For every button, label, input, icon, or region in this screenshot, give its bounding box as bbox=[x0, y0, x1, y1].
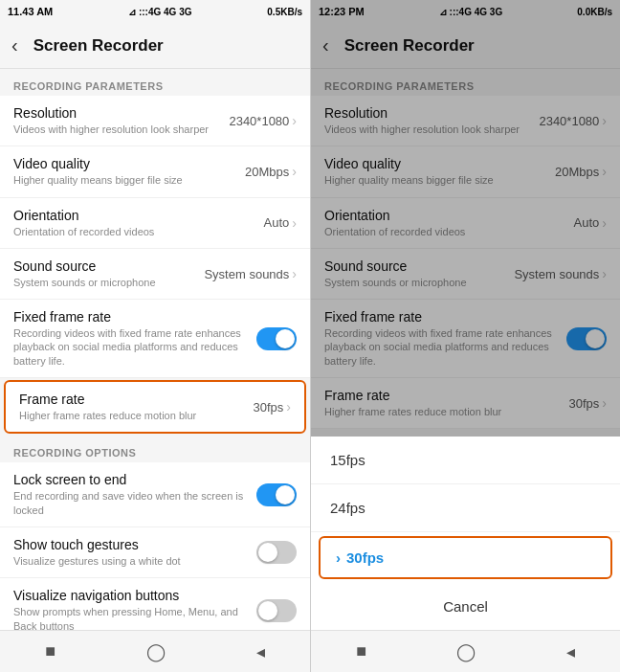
left-fixedframerate-desc: Recording videos with fixed frame rate e… bbox=[13, 326, 256, 368]
left-resolution-value: 2340*1080› bbox=[229, 113, 297, 128]
left-soundsource-name: Sound source bbox=[13, 258, 196, 274]
right-nav-bar: ■ ◯ ◂ bbox=[311, 630, 620, 672]
left-framerate-name: Frame rate bbox=[19, 392, 246, 407]
left-navbuttons-desc: Show prompts when pressing Home, Menu, a… bbox=[13, 605, 256, 630]
left-orientation-value: Auto› bbox=[264, 215, 297, 231]
left-videoquality-value: 20Mbps› bbox=[245, 164, 297, 179]
left-lockscreen-item[interactable]: Lock screen to end End recording and sav… bbox=[0, 462, 310, 527]
selected-arrow-icon: › bbox=[336, 549, 341, 566]
left-phone-panel: 11.43 AM ⊿ :::4G 4G 3G 0.5KB/s ‹ Screen … bbox=[0, 0, 310, 672]
left-resolution-name: Resolution bbox=[13, 105, 221, 121]
left-touchgestures-name: Show touch gestures bbox=[13, 537, 256, 552]
left-resolution-item[interactable]: Resolution Videos with higher resolution… bbox=[0, 96, 310, 146]
left-page-title: Screen Recorder bbox=[33, 36, 164, 56]
left-nav-bar: ■ ◯ ◂ bbox=[0, 630, 310, 672]
dropdown-sheet: 15fps 24fps › 30fps Cancel bbox=[311, 437, 620, 630]
left-back-icon[interactable]: ◂ bbox=[256, 641, 265, 662]
right-phone-panel: 12:23 PM ⊿ :::4G 4G 3G 0.0KB/s ‹ Screen … bbox=[310, 0, 620, 672]
left-orientation-desc: Orientation of recorded videos bbox=[13, 225, 256, 238]
left-touchgestures-toggle[interactable] bbox=[256, 541, 297, 564]
dropdown-cancel-button[interactable]: Cancel bbox=[311, 583, 620, 630]
left-home-icon[interactable]: ◯ bbox=[146, 641, 166, 662]
left-status-bar: 11.43 AM ⊿ :::4G 4G 3G 0.5KB/s bbox=[0, 0, 310, 23]
left-topbar: ‹ Screen Recorder bbox=[0, 23, 310, 69]
left-lockscreen-desc: End recording and save video when the sc… bbox=[13, 489, 256, 517]
left-stop-icon[interactable]: ■ bbox=[45, 641, 55, 661]
left-soundsource-value: System sounds› bbox=[204, 266, 297, 281]
left-resolution-desc: Videos with higher resolution look sharp… bbox=[13, 123, 221, 136]
left-content: RECORDING PARAMETERS Resolution Videos w… bbox=[0, 69, 310, 630]
left-orientation-name: Orientation bbox=[13, 208, 256, 223]
left-framerate-item[interactable]: Frame rate Higher frame rates reduce mot… bbox=[4, 380, 306, 434]
left-framerate-desc: Higher frame rates reduce motion blur bbox=[19, 409, 246, 422]
left-lockscreen-name: Lock screen to end bbox=[13, 472, 256, 487]
left-back-button[interactable]: ‹ bbox=[11, 34, 18, 56]
right-home-icon[interactable]: ◯ bbox=[456, 641, 476, 662]
dropdown-option-30fps[interactable]: › 30fps bbox=[319, 536, 612, 579]
left-touchgestures-desc: Visualize gestures using a white dot bbox=[13, 554, 256, 568]
left-section-options: RECORDING OPTIONS bbox=[0, 436, 310, 462]
right-back-icon[interactable]: ◂ bbox=[566, 641, 575, 662]
left-time: 11.43 AM bbox=[8, 6, 53, 17]
left-navbuttons-toggle[interactable] bbox=[256, 599, 297, 622]
dropdown-option-15fps[interactable]: 15fps bbox=[311, 437, 620, 484]
right-stop-icon[interactable]: ■ bbox=[356, 641, 366, 661]
left-soundsource-item[interactable]: Sound source System sounds or microphone… bbox=[0, 249, 310, 300]
left-videoquality-name: Video quality bbox=[13, 156, 237, 171]
left-touchgestures-item[interactable]: Show touch gestures Visualize gestures u… bbox=[0, 527, 310, 578]
left-orientation-item[interactable]: Orientation Orientation of recorded vide… bbox=[0, 198, 310, 249]
left-fixedframerate-toggle[interactable] bbox=[256, 327, 297, 350]
left-soundsource-desc: System sounds or microphone bbox=[13, 276, 196, 289]
left-status-icons: ⊿ :::4G 4G 3G bbox=[128, 7, 191, 17]
left-videoquality-desc: Higher quality means bigger file size bbox=[13, 173, 237, 187]
dropdown-option-24fps[interactable]: 24fps bbox=[311, 484, 620, 532]
left-fixedframerate-name: Fixed frame rate bbox=[13, 309, 256, 325]
left-network: 0.5KB/s bbox=[267, 7, 302, 17]
left-fixedframerate-item[interactable]: Fixed frame rate Recording videos with f… bbox=[0, 300, 310, 378]
left-lockscreen-toggle[interactable] bbox=[256, 483, 297, 506]
left-videoquality-item[interactable]: Video quality Higher quality means bigge… bbox=[0, 146, 310, 197]
left-navbuttons-name: Visualize navigation buttons bbox=[13, 588, 256, 603]
left-framerate-value: 30fps› bbox=[254, 399, 291, 414]
left-navbuttons-item[interactable]: Visualize navigation buttons Show prompt… bbox=[0, 578, 310, 630]
left-section-recording: RECORDING PARAMETERS bbox=[0, 69, 310, 96]
